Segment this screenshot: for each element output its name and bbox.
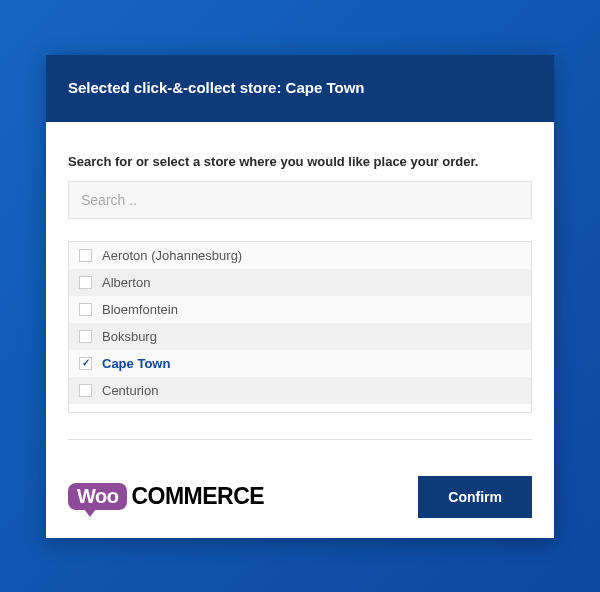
store-selector-dialog: Selected click-&-collect store: Cape Tow… [46, 55, 554, 538]
store-label: Aeroton (Johannesburg) [102, 248, 242, 263]
checkbox-icon[interactable] [79, 303, 92, 316]
store-label: Boksburg [102, 329, 157, 344]
instructions-text: Search for or select a store where you w… [68, 154, 532, 169]
search-input[interactable] [68, 181, 532, 219]
store-label: Cape Town [102, 356, 170, 371]
commerce-text: COMMERCE [131, 483, 264, 510]
checkbox-icon[interactable] [79, 384, 92, 397]
list-item[interactable]: Bloemfontein [69, 296, 531, 323]
list-item[interactable]: Cape Town [69, 350, 531, 377]
checkbox-icon[interactable] [79, 330, 92, 343]
store-label: Alberton [102, 275, 150, 290]
divider [68, 439, 532, 440]
store-label: Bloemfontein [102, 302, 178, 317]
woocommerce-logo: Woo COMMERCE [68, 483, 264, 510]
dialog-footer: Woo COMMERCE Confirm [46, 460, 554, 538]
store-list[interactable]: Aeroton (Johannesburg)AlbertonBloemfonte… [68, 241, 532, 413]
store-label: Centurion [102, 383, 158, 398]
list-item[interactable]: Centurion [69, 377, 531, 404]
checkbox-icon[interactable] [79, 357, 92, 370]
list-item[interactable]: Alberton [69, 269, 531, 296]
dialog-header: Selected click-&-collect store: Cape Tow… [46, 55, 554, 122]
list-item[interactable]: Boksburg [69, 323, 531, 350]
dialog-body: Search for or select a store where you w… [46, 122, 554, 460]
confirm-button[interactable]: Confirm [418, 476, 532, 518]
checkbox-icon[interactable] [79, 276, 92, 289]
dialog-title: Selected click-&-collect store: Cape Tow… [68, 79, 364, 96]
woo-bubble-icon: Woo [68, 483, 127, 510]
checkbox-icon[interactable] [79, 249, 92, 262]
list-item[interactable]: Aeroton (Johannesburg) [69, 242, 531, 269]
